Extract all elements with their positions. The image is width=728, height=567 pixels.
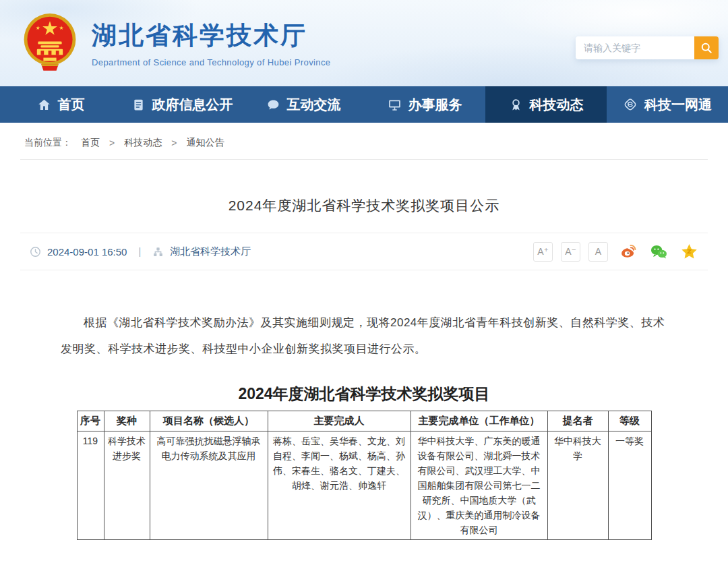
page: 湖北省科学技术厅 Department of Science and Techn… (0, 0, 728, 567)
clock-icon (30, 246, 41, 258)
article-date: 2024-09-01 16:50 (47, 246, 127, 258)
cell-completers: 蒋栋、岳宝、吴华春、文龙、刘自程、李闻一、杨斌、杨高、孙伟、宋春生、骆名文、丁建… (268, 431, 411, 540)
breadcrumb-separator: > (109, 138, 115, 148)
article-paragraph: 根据《湖北省科学技术奖励办法》及其实施细则规定，现将2024年度湖北省青年科技创… (61, 309, 667, 362)
nav-item-label: 科技动态 (530, 96, 584, 114)
cell-award-type: 科学技术进步奖 (104, 431, 150, 540)
source-org-icon (152, 246, 164, 258)
brand-text: 湖北省科学技术厅 Department of Science and Techn… (92, 19, 331, 67)
breadcrumb-label: 当前位置： (24, 137, 71, 149)
col-header-grade: 等级 (608, 411, 651, 431)
meta-divider: | (138, 246, 141, 257)
breadcrumb: 当前位置： 首页 > 科技动态 > 通知公告 (20, 123, 708, 160)
col-header-seq: 序号 (77, 411, 104, 431)
search-icon (700, 41, 713, 55)
breadcrumb-item-tech-news[interactable]: 科技动态 (124, 137, 162, 149)
site-subtitle: Department of Science and Technology of … (92, 57, 331, 67)
weibo-share-icon[interactable] (620, 243, 638, 260)
favorite-star-icon[interactable] (680, 243, 698, 261)
nav-item-label: 首页 (58, 96, 85, 114)
award-table: 序号 奖种 项目名称（候选人） 主要完成人 主要完成单位（工作单位） 提名者 等… (77, 411, 652, 540)
network-e-icon (623, 97, 638, 112)
cell-grade: 一等奖 (608, 431, 651, 540)
monitor-icon (388, 98, 402, 112)
font-reset-button[interactable]: A (588, 242, 608, 262)
article-meta-left: 2024-09-01 16:50 | 湖北省科学技术厅 (30, 245, 251, 258)
brand: 湖北省科学技术厅 Department of Science and Techn… (23, 12, 331, 74)
nav-item-interaction[interactable]: 互动交流 (243, 86, 364, 123)
award-table-title: 2024年度湖北省科学技术奖拟奖项目 (0, 384, 728, 405)
col-header-project: 项目名称（候选人） (150, 411, 268, 431)
site-header: 湖北省科学技术厅 Department of Science and Techn… (0, 0, 728, 86)
search-button[interactable] (694, 36, 719, 59)
search-input[interactable] (576, 36, 694, 59)
cell-nominator: 华中科技大学 (547, 431, 608, 540)
nav-item-label: 政府信息公开 (152, 96, 233, 114)
col-header-award-type: 奖种 (104, 411, 150, 431)
nav-item-label: 互动交流 (287, 96, 341, 114)
nav-item-gov-info[interactable]: 政府信息公开 (121, 86, 243, 123)
nav-item-label: 办事服务 (408, 96, 462, 114)
breadcrumb-separator: > (171, 138, 177, 148)
document-icon (131, 98, 146, 112)
nav-item-tech-news[interactable]: 科技动态 (485, 86, 607, 123)
wechat-share-icon[interactable] (650, 243, 668, 261)
breadcrumb-item-notices[interactable]: 通知公告 (186, 137, 224, 149)
article-meta-bar: 2024-09-01 16:50 | 湖北省科学技术厅 A⁺ A⁻ A (20, 233, 708, 270)
search-box (576, 36, 719, 59)
main-nav: 首页 政府信息公开 互动交流 办事服务 科技动态 (0, 86, 728, 123)
cell-organizations: 华中科技大学、广东美的暖通设备有限公司、湖北舜一技术有限公司、武汉理工大学、中国… (411, 431, 547, 540)
chat-bubble-icon (266, 98, 280, 112)
article-title: 2024年度湖北省科学技术奖拟奖项目公示 (0, 196, 728, 215)
nav-item-home[interactable]: 首页 (0, 86, 121, 123)
col-header-nominator: 提名者 (547, 411, 608, 431)
font-smaller-button[interactable]: A⁻ (561, 242, 580, 262)
medal-icon (509, 98, 523, 112)
cell-project: 高可靠强抗扰磁悬浮轴承电力传动系统及其应用 (150, 431, 268, 540)
home-icon (37, 98, 51, 112)
award-table-header-row: 序号 奖种 项目名称（候选人） 主要完成人 主要完成单位（工作单位） 提名者 等… (77, 411, 651, 431)
nav-item-label: 科技一网通 (644, 96, 712, 114)
nav-item-tech-network[interactable]: 科技一网通 (607, 86, 728, 123)
site-title: 湖北省科学技术厅 (92, 19, 331, 53)
article-source: 湖北省科学技术厅 (170, 245, 251, 258)
table-row: 119 科学技术进步奖 高可靠强抗扰磁悬浮轴承电力传动系统及其应用 蒋栋、岳宝、… (77, 431, 651, 540)
breadcrumb-item-home[interactable]: 首页 (81, 137, 100, 149)
article-meta-right: A⁺ A⁻ A (533, 242, 698, 262)
col-header-completers: 主要完成人 (268, 411, 411, 431)
font-larger-button[interactable]: A⁺ (533, 242, 553, 262)
cell-seq: 119 (77, 431, 104, 540)
nav-item-services[interactable]: 办事服务 (364, 86, 485, 123)
national-emblem-icon (23, 12, 77, 74)
col-header-organizations: 主要完成单位（工作单位） (411, 411, 547, 431)
